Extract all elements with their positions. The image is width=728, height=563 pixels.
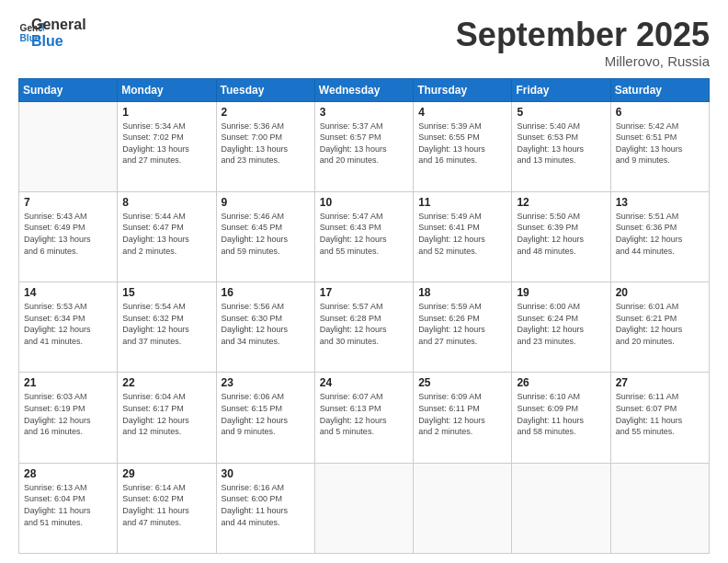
calendar-cell: 23Sunrise: 6:06 AM Sunset: 6:15 PM Dayli…	[216, 373, 314, 463]
day-number: 15	[122, 286, 211, 299]
day-number: 30	[222, 467, 311, 480]
calendar-cell: 21Sunrise: 6:03 AM Sunset: 6:19 PM Dayli…	[19, 373, 118, 463]
day-info: Sunrise: 6:00 AM Sunset: 6:24 PM Dayligh…	[517, 301, 606, 347]
day-number: 21	[24, 376, 113, 389]
calendar-cell: 4Sunrise: 5:39 AM Sunset: 6:55 PM Daylig…	[414, 101, 512, 191]
calendar-cell: 2Sunrise: 5:36 AM Sunset: 7:00 PM Daylig…	[216, 101, 314, 191]
calendar-week-row: 21Sunrise: 6:03 AM Sunset: 6:19 PM Dayli…	[19, 373, 710, 463]
day-number: 24	[320, 376, 409, 389]
day-info: Sunrise: 5:36 AM Sunset: 7:00 PM Dayligh…	[222, 121, 311, 167]
day-info: Sunrise: 6:14 AM Sunset: 6:02 PM Dayligh…	[122, 482, 211, 528]
day-info: Sunrise: 5:42 AM Sunset: 6:51 PM Dayligh…	[616, 121, 705, 167]
day-number: 16	[222, 286, 311, 299]
calendar-cell: 10Sunrise: 5:47 AM Sunset: 6:43 PM Dayli…	[314, 191, 413, 282]
calendar-cell	[414, 463, 512, 553]
calendar-cell: 5Sunrise: 5:40 AM Sunset: 6:53 PM Daylig…	[512, 101, 610, 191]
day-number: 3	[320, 106, 409, 119]
calendar-cell: 15Sunrise: 5:54 AM Sunset: 6:32 PM Dayli…	[118, 282, 216, 373]
weekday-header-wednesday: Wednesday	[314, 78, 413, 101]
title-block: September 2025 Millerovo, Russia	[456, 17, 710, 69]
calendar-week-row: 28Sunrise: 6:13 AM Sunset: 6:04 PM Dayli…	[19, 463, 710, 553]
calendar-cell: 1Sunrise: 5:34 AM Sunset: 7:02 PM Daylig…	[118, 101, 216, 191]
day-info: Sunrise: 5:49 AM Sunset: 6:41 PM Dayligh…	[418, 211, 507, 257]
day-number: 25	[418, 376, 507, 389]
day-info: Sunrise: 5:43 AM Sunset: 6:49 PM Dayligh…	[24, 211, 113, 257]
calendar-week-row: 7Sunrise: 5:43 AM Sunset: 6:49 PM Daylig…	[19, 191, 710, 282]
calendar-cell: 6Sunrise: 5:42 AM Sunset: 6:51 PM Daylig…	[610, 101, 709, 191]
day-number: 1	[122, 106, 211, 119]
day-number: 23	[222, 376, 311, 389]
day-number: 18	[418, 286, 507, 299]
day-number: 28	[24, 467, 113, 480]
day-info: Sunrise: 5:59 AM Sunset: 6:26 PM Dayligh…	[418, 301, 507, 347]
day-number: 17	[320, 286, 409, 299]
weekday-header-friday: Friday	[512, 78, 610, 101]
day-info: Sunrise: 6:06 AM Sunset: 6:15 PM Dayligh…	[222, 391, 311, 437]
day-number: 19	[517, 286, 606, 299]
calendar-table: SundayMondayTuesdayWednesdayThursdayFrid…	[18, 78, 710, 554]
calendar-cell: 9Sunrise: 5:46 AM Sunset: 6:45 PM Daylig…	[216, 191, 314, 282]
calendar-cell: 7Sunrise: 5:43 AM Sunset: 6:49 PM Daylig…	[19, 191, 118, 282]
weekday-header-saturday: Saturday	[610, 78, 709, 101]
day-info: Sunrise: 6:07 AM Sunset: 6:13 PM Dayligh…	[320, 391, 409, 437]
calendar-cell: 29Sunrise: 6:14 AM Sunset: 6:02 PM Dayli…	[118, 463, 216, 553]
day-info: Sunrise: 5:37 AM Sunset: 6:57 PM Dayligh…	[320, 121, 409, 167]
day-info: Sunrise: 5:51 AM Sunset: 6:36 PM Dayligh…	[616, 211, 705, 257]
calendar-cell: 11Sunrise: 5:49 AM Sunset: 6:41 PM Dayli…	[414, 191, 512, 282]
calendar-cell: 19Sunrise: 6:00 AM Sunset: 6:24 PM Dayli…	[512, 282, 610, 373]
day-number: 8	[122, 196, 211, 209]
day-info: Sunrise: 6:10 AM Sunset: 6:09 PM Dayligh…	[517, 391, 606, 437]
day-number: 6	[616, 106, 705, 119]
logo-line1: General	[31, 17, 86, 33]
day-info: Sunrise: 5:57 AM Sunset: 6:28 PM Dayligh…	[320, 301, 409, 347]
calendar-week-row: 14Sunrise: 5:53 AM Sunset: 6:34 PM Dayli…	[19, 282, 710, 373]
day-number: 14	[24, 286, 113, 299]
calendar-cell: 14Sunrise: 5:53 AM Sunset: 6:34 PM Dayli…	[19, 282, 118, 373]
day-info: Sunrise: 5:50 AM Sunset: 6:39 PM Dayligh…	[517, 211, 606, 257]
weekday-header-tuesday: Tuesday	[216, 78, 314, 101]
calendar-cell: 20Sunrise: 6:01 AM Sunset: 6:21 PM Dayli…	[610, 282, 709, 373]
calendar-cell: 16Sunrise: 5:56 AM Sunset: 6:30 PM Dayli…	[216, 282, 314, 373]
day-info: Sunrise: 6:03 AM Sunset: 6:19 PM Dayligh…	[24, 391, 113, 437]
calendar-cell	[512, 463, 610, 553]
calendar-cell: 25Sunrise: 6:09 AM Sunset: 6:11 PM Dayli…	[414, 373, 512, 463]
day-number: 13	[616, 196, 705, 209]
location-subtitle: Millerovo, Russia	[456, 53, 710, 69]
day-number: 26	[517, 376, 606, 389]
day-number: 12	[517, 196, 606, 209]
calendar-week-row: 1Sunrise: 5:34 AM Sunset: 7:02 PM Daylig…	[19, 101, 710, 191]
day-info: Sunrise: 5:39 AM Sunset: 6:55 PM Dayligh…	[418, 121, 507, 167]
day-number: 5	[517, 106, 606, 119]
calendar-cell	[19, 101, 118, 191]
page-header: General Blue General Blue September 2025…	[18, 17, 710, 69]
day-info: Sunrise: 6:04 AM Sunset: 6:17 PM Dayligh…	[122, 391, 211, 437]
day-number: 7	[24, 196, 113, 209]
day-info: Sunrise: 6:11 AM Sunset: 6:07 PM Dayligh…	[616, 391, 705, 437]
calendar-cell	[610, 463, 709, 553]
day-number: 27	[616, 376, 705, 389]
calendar-cell: 22Sunrise: 6:04 AM Sunset: 6:17 PM Dayli…	[118, 373, 216, 463]
calendar-cell: 8Sunrise: 5:44 AM Sunset: 6:47 PM Daylig…	[118, 191, 216, 282]
calendar-cell: 26Sunrise: 6:10 AM Sunset: 6:09 PM Dayli…	[512, 373, 610, 463]
day-info: Sunrise: 5:40 AM Sunset: 6:53 PM Dayligh…	[517, 121, 606, 167]
day-info: Sunrise: 5:47 AM Sunset: 6:43 PM Dayligh…	[320, 211, 409, 257]
day-info: Sunrise: 6:09 AM Sunset: 6:11 PM Dayligh…	[418, 391, 507, 437]
day-info: Sunrise: 6:16 AM Sunset: 6:00 PM Dayligh…	[222, 482, 311, 528]
logo: General Blue General Blue	[18, 17, 86, 49]
calendar-cell: 12Sunrise: 5:50 AM Sunset: 6:39 PM Dayli…	[512, 191, 610, 282]
calendar-cell: 18Sunrise: 5:59 AM Sunset: 6:26 PM Dayli…	[414, 282, 512, 373]
day-info: Sunrise: 5:56 AM Sunset: 6:30 PM Dayligh…	[222, 301, 311, 347]
calendar-cell: 24Sunrise: 6:07 AM Sunset: 6:13 PM Dayli…	[314, 373, 413, 463]
calendar-cell: 30Sunrise: 6:16 AM Sunset: 6:00 PM Dayli…	[216, 463, 314, 553]
calendar-cell: 13Sunrise: 5:51 AM Sunset: 6:36 PM Dayli…	[610, 191, 709, 282]
day-info: Sunrise: 5:44 AM Sunset: 6:47 PM Dayligh…	[122, 211, 211, 257]
calendar-cell: 28Sunrise: 6:13 AM Sunset: 6:04 PM Dayli…	[19, 463, 118, 553]
month-title: September 2025	[456, 17, 710, 53]
weekday-header-sunday: Sunday	[19, 78, 118, 101]
weekday-header-thursday: Thursday	[414, 78, 512, 101]
day-number: 29	[122, 467, 211, 480]
calendar-cell	[314, 463, 413, 553]
day-number: 11	[418, 196, 507, 209]
day-info: Sunrise: 6:01 AM Sunset: 6:21 PM Dayligh…	[616, 301, 705, 347]
weekday-header-monday: Monday	[118, 78, 216, 101]
